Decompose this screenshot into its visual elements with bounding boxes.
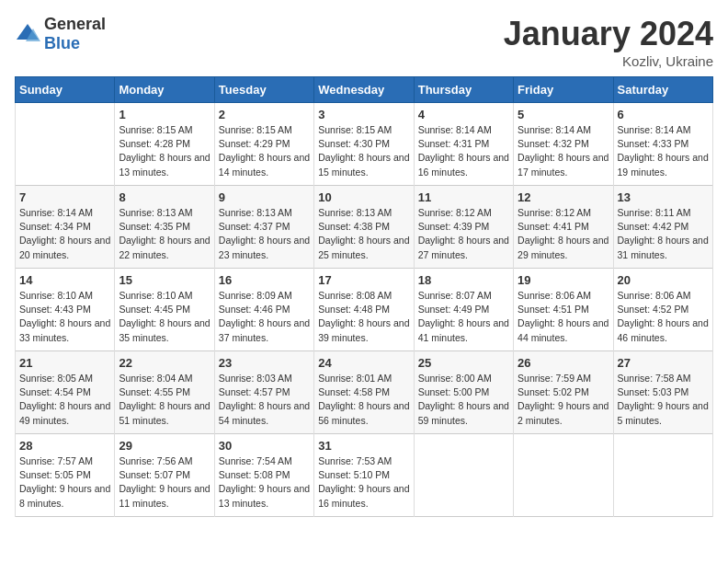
weekday-header-monday: Monday (115, 77, 214, 103)
calendar-cell (414, 434, 513, 517)
calendar-cell: 24Sunrise: 8:01 AMSunset: 4:58 PMDayligh… (314, 351, 414, 434)
calendar-cell: 15Sunrise: 8:10 AMSunset: 4:45 PMDayligh… (115, 269, 214, 351)
page-header: General Blue January 2024 Kozliv, Ukrain… (15, 15, 713, 69)
calendar-cell: 5Sunrise: 8:14 AMSunset: 4:32 PMDaylight… (514, 103, 613, 186)
day-number: 25 (418, 356, 509, 370)
cell-info: Sunrise: 8:00 AMSunset: 5:00 PMDaylight:… (418, 372, 509, 428)
calendar-cell: 31Sunrise: 7:53 AMSunset: 5:10 PMDayligh… (314, 434, 414, 517)
day-number: 15 (119, 273, 210, 287)
cell-info: Sunrise: 8:08 AMSunset: 4:48 PMDaylight:… (318, 289, 409, 345)
day-number: 1 (119, 108, 210, 121)
weekday-header-tuesday: Tuesday (214, 77, 313, 103)
day-number: 13 (618, 190, 709, 204)
calendar-cell: 3Sunrise: 8:15 AMSunset: 4:30 PMDaylight… (314, 103, 414, 186)
cell-info: Sunrise: 8:12 AMSunset: 4:39 PMDaylight:… (418, 206, 509, 262)
calendar-week-3: 14Sunrise: 8:10 AMSunset: 4:43 PMDayligh… (16, 269, 713, 351)
calendar-cell: 4Sunrise: 8:14 AMSunset: 4:31 PMDaylight… (414, 103, 513, 186)
cell-info: Sunrise: 8:15 AMSunset: 4:29 PMDaylight:… (219, 123, 310, 179)
cell-info: Sunrise: 8:15 AMSunset: 4:30 PMDaylight:… (318, 123, 409, 179)
calendar-week-2: 7Sunrise: 8:14 AMSunset: 4:34 PMDaylight… (16, 186, 713, 269)
day-number: 24 (318, 356, 409, 370)
cell-info: Sunrise: 7:58 AMSunset: 5:03 PMDaylight:… (618, 372, 709, 428)
weekday-header-sunday: Sunday (16, 77, 115, 103)
cell-info: Sunrise: 7:59 AMSunset: 5:02 PMDaylight:… (518, 372, 609, 428)
day-number: 18 (418, 273, 509, 287)
day-number: 4 (418, 108, 509, 121)
day-number: 30 (219, 439, 310, 453)
day-number: 10 (318, 190, 409, 204)
calendar-cell: 30Sunrise: 7:54 AMSunset: 5:08 PMDayligh… (214, 434, 313, 517)
cell-info: Sunrise: 8:14 AMSunset: 4:33 PMDaylight:… (618, 123, 709, 179)
cell-info: Sunrise: 8:07 AMSunset: 4:49 PMDaylight:… (418, 289, 509, 345)
cell-info: Sunrise: 8:15 AMSunset: 4:28 PMDaylight:… (119, 123, 210, 179)
calendar-cell: 22Sunrise: 8:04 AMSunset: 4:55 PMDayligh… (115, 351, 214, 434)
calendar-body: 1Sunrise: 8:15 AMSunset: 4:28 PMDaylight… (16, 103, 713, 517)
day-number: 21 (19, 356, 110, 370)
month-year: January 2024 (504, 15, 713, 53)
day-number: 20 (618, 273, 709, 287)
calendar-cell: 14Sunrise: 8:10 AMSunset: 4:43 PMDayligh… (16, 269, 115, 351)
logo-blue: Blue (44, 34, 80, 52)
day-number: 6 (618, 108, 709, 121)
day-number: 22 (119, 356, 210, 370)
cell-info: Sunrise: 8:14 AMSunset: 4:31 PMDaylight:… (418, 123, 509, 179)
cell-info: Sunrise: 8:13 AMSunset: 4:35 PMDaylight:… (119, 206, 210, 262)
calendar-table: SundayMondayTuesdayWednesdayThursdayFrid… (15, 76, 713, 517)
calendar-cell: 13Sunrise: 8:11 AMSunset: 4:42 PMDayligh… (613, 186, 712, 269)
logo-general: General (44, 15, 106, 33)
logo-icon (15, 21, 40, 47)
cell-info: Sunrise: 7:53 AMSunset: 5:10 PMDaylight:… (318, 454, 409, 511)
cell-info: Sunrise: 8:14 AMSunset: 4:34 PMDaylight:… (19, 206, 110, 262)
cell-info: Sunrise: 7:54 AMSunset: 5:08 PMDaylight:… (219, 454, 310, 511)
weekday-header-thursday: Thursday (414, 77, 513, 103)
logo-text: General Blue (44, 15, 106, 53)
calendar-cell: 26Sunrise: 7:59 AMSunset: 5:02 PMDayligh… (514, 351, 613, 434)
calendar-cell: 17Sunrise: 8:08 AMSunset: 4:48 PMDayligh… (314, 269, 414, 351)
calendar-cell: 8Sunrise: 8:13 AMSunset: 4:35 PMDaylight… (115, 186, 214, 269)
cell-info: Sunrise: 7:57 AMSunset: 5:05 PMDaylight:… (19, 454, 110, 511)
calendar-cell: 25Sunrise: 8:00 AMSunset: 5:00 PMDayligh… (414, 351, 513, 434)
location: Kozliv, Ukraine (504, 53, 713, 69)
day-number: 26 (518, 356, 609, 370)
calendar-cell: 23Sunrise: 8:03 AMSunset: 4:57 PMDayligh… (214, 351, 313, 434)
cell-info: Sunrise: 8:13 AMSunset: 4:38 PMDaylight:… (318, 206, 409, 262)
day-number: 28 (19, 439, 110, 453)
cell-info: Sunrise: 8:05 AMSunset: 4:54 PMDaylight:… (19, 372, 110, 428)
calendar-cell (514, 434, 613, 517)
calendar-cell: 6Sunrise: 8:14 AMSunset: 4:33 PMDaylight… (613, 103, 712, 186)
calendar-cell: 18Sunrise: 8:07 AMSunset: 4:49 PMDayligh… (414, 269, 513, 351)
calendar-cell: 29Sunrise: 7:56 AMSunset: 5:07 PMDayligh… (115, 434, 214, 517)
calendar-cell: 7Sunrise: 8:14 AMSunset: 4:34 PMDaylight… (16, 186, 115, 269)
cell-info: Sunrise: 8:12 AMSunset: 4:41 PMDaylight:… (518, 206, 609, 262)
calendar-cell (16, 103, 115, 186)
day-number: 17 (318, 273, 409, 287)
cell-info: Sunrise: 8:09 AMSunset: 4:46 PMDaylight:… (219, 289, 310, 345)
day-number: 8 (119, 190, 210, 204)
weekday-header-row: SundayMondayTuesdayWednesdayThursdayFrid… (16, 77, 713, 103)
weekday-header-saturday: Saturday (613, 77, 712, 103)
cell-info: Sunrise: 8:10 AMSunset: 4:45 PMDaylight:… (119, 289, 210, 345)
day-number: 11 (418, 190, 509, 204)
day-number: 19 (518, 273, 609, 287)
calendar-cell: 12Sunrise: 8:12 AMSunset: 4:41 PMDayligh… (514, 186, 613, 269)
calendar-cell (613, 434, 712, 517)
day-number: 2 (219, 108, 310, 121)
day-number: 7 (19, 190, 110, 204)
cell-info: Sunrise: 8:14 AMSunset: 4:32 PMDaylight:… (518, 123, 609, 179)
calendar-week-4: 21Sunrise: 8:05 AMSunset: 4:54 PMDayligh… (16, 351, 713, 434)
calendar-cell: 27Sunrise: 7:58 AMSunset: 5:03 PMDayligh… (613, 351, 712, 434)
cell-info: Sunrise: 8:11 AMSunset: 4:42 PMDaylight:… (618, 206, 709, 262)
cell-info: Sunrise: 7:56 AMSunset: 5:07 PMDaylight:… (119, 454, 210, 511)
calendar-week-1: 1Sunrise: 8:15 AMSunset: 4:28 PMDaylight… (16, 103, 713, 186)
weekday-header-friday: Friday (514, 77, 613, 103)
calendar-header: SundayMondayTuesdayWednesdayThursdayFrid… (16, 77, 713, 103)
day-number: 31 (318, 439, 409, 453)
cell-info: Sunrise: 8:06 AMSunset: 4:52 PMDaylight:… (618, 289, 709, 345)
day-number: 12 (518, 190, 609, 204)
calendar-cell: 9Sunrise: 8:13 AMSunset: 4:37 PMDaylight… (214, 186, 313, 269)
day-number: 27 (618, 356, 709, 370)
weekday-header-wednesday: Wednesday (314, 77, 414, 103)
cell-info: Sunrise: 8:13 AMSunset: 4:37 PMDaylight:… (219, 206, 310, 262)
cell-info: Sunrise: 8:01 AMSunset: 4:58 PMDaylight:… (318, 372, 409, 428)
day-number: 16 (219, 273, 310, 287)
